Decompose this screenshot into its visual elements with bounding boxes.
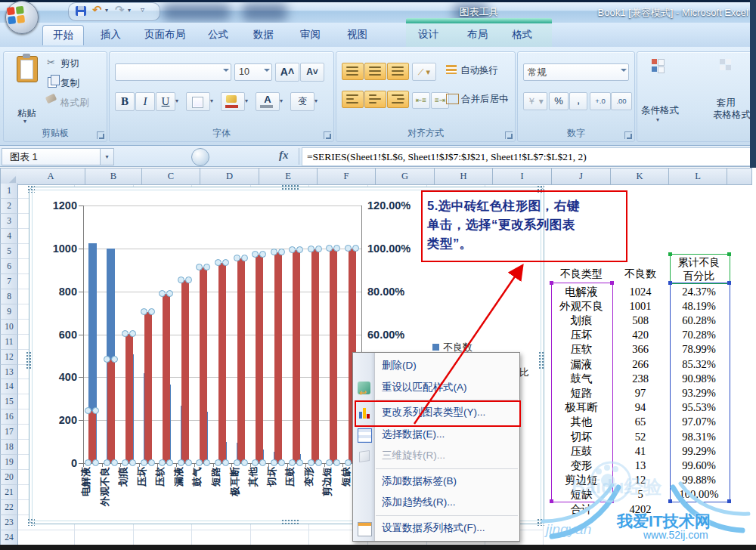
save-icon[interactable]: [76, 6, 86, 16]
border-button[interactable]: [186, 92, 210, 111]
column-header-H[interactable]: H: [435, 168, 493, 185]
name-box[interactable]: 图表 1: [2, 148, 107, 165]
shrink-font-button[interactable]: A˅: [300, 63, 324, 82]
merge-center-button[interactable]: 合并后居中: [461, 93, 509, 106]
menu-item-3d-rotation[interactable]: 三维旋转(R)...: [353, 445, 519, 467]
number-dialog-launcher[interactable]: [624, 131, 632, 139]
row-header-3[interactable]: 3: [0, 214, 18, 229]
row-header-11[interactable]: 11: [0, 335, 18, 350]
bar-cumulative-percent[interactable]: [125, 334, 133, 463]
undo-dropdown[interactable]: ▾: [105, 7, 108, 14]
table-cell[interactable]: 366: [611, 342, 670, 357]
wrap-text-button[interactable]: 自动换行: [460, 64, 498, 77]
table-cell[interactable]: 52: [611, 430, 670, 444]
format-as-table-button-line2[interactable]: 表格格式: [713, 109, 751, 122]
menu-item-add-data-labels[interactable]: 添加数据标签(B): [353, 471, 519, 493]
qat-customize-icon[interactable]: ▿: [141, 5, 144, 14]
chart-resize-handle[interactable]: [537, 518, 544, 526]
row-header-12[interactable]: 12: [0, 350, 18, 365]
conditional-formatting-button[interactable]: 条件格式: [641, 104, 679, 117]
redo-dropdown[interactable]: ▾: [128, 7, 131, 14]
bar-cumulative-percent[interactable]: [107, 360, 115, 463]
table-cell[interactable]: 266: [611, 357, 670, 372]
row-header-8[interactable]: 8: [0, 289, 18, 304]
format-painter-button[interactable]: 格式刷: [60, 97, 89, 110]
tab-main-4[interactable]: 数据: [243, 25, 284, 45]
fill-color-button[interactable]: [221, 92, 245, 111]
paste-dropdown[interactable]: ▾: [23, 118, 26, 125]
annotation-textbox[interactable]: 5.选中砖红色柱形图，右键 单击，选择“更改系列图表 类型”。: [421, 190, 627, 262]
menu-item-format-data-series[interactable]: 设置数据系列格式(F)...: [353, 518, 519, 539]
menu-item-reset-to-match-style[interactable]: 重设以匹配样式(A)↩: [353, 377, 519, 399]
series-name-range-box-handle[interactable]: [727, 252, 731, 256]
cut-button[interactable]: 剪切: [60, 57, 79, 70]
tab-main-3[interactable]: 公式: [198, 25, 238, 45]
category-range-box-handle[interactable]: [550, 499, 553, 503]
column-header-partial[interactable]: [727, 168, 752, 185]
chart-resize-handle[interactable]: [26, 351, 32, 369]
row-header-7[interactable]: 7: [0, 274, 18, 289]
bar-cumulative-percent[interactable]: [330, 249, 337, 463]
bar-cumulative-percent[interactable]: [163, 294, 170, 463]
table-cell[interactable]: 1024: [611, 285, 670, 299]
bar-cumulative-percent[interactable]: [256, 255, 263, 463]
table-cell[interactable]: 13: [611, 459, 670, 473]
values-range-box-handle[interactable]: [727, 499, 731, 503]
clipboard-dialog-launcher[interactable]: [97, 131, 104, 139]
category-range-box-handle[interactable]: [550, 281, 553, 285]
row-header-13[interactable]: 13: [0, 365, 18, 380]
category-range-box-handle[interactable]: [610, 499, 614, 503]
row-header-1[interactable]: 1: [0, 184, 18, 199]
values-range-box-handle[interactable]: [668, 499, 672, 503]
align-left-button[interactable]: [342, 91, 364, 108]
chart-resize-handle[interactable]: [538, 351, 544, 369]
column-header-E[interactable]: E: [259, 168, 318, 185]
orientation-button[interactable]: ⟋ ▾: [412, 63, 436, 81]
alignment-dialog-launcher[interactable]: [505, 131, 513, 139]
bold-button[interactable]: B: [115, 92, 135, 111]
row-header-22[interactable]: 22: [0, 500, 18, 515]
table-cell[interactable]: 508: [611, 314, 670, 328]
border-dropdown[interactable]: ▾: [210, 97, 213, 104]
chart-resize-handle[interactable]: [281, 184, 299, 190]
menu-item-delete[interactable]: 删除(D): [353, 355, 519, 377]
undo-icon[interactable]: ↶: [92, 3, 102, 17]
tab-home[interactable]: 开始: [42, 25, 84, 45]
chart-resize-handle[interactable]: [281, 519, 299, 525]
category-range-box-handle[interactable]: [610, 281, 614, 285]
bar-cumulative-percent[interactable]: [88, 411, 96, 463]
phonetic-guide-button[interactable]: 变: [290, 92, 314, 111]
row-header-2[interactable]: 2: [0, 199, 18, 214]
row-header-18[interactable]: 18: [0, 440, 18, 455]
column-header-C[interactable]: C: [142, 168, 200, 185]
paste-button[interactable]: 粘贴: [17, 107, 36, 120]
column-header-F[interactable]: F: [318, 168, 376, 185]
row-header-19[interactable]: 19: [0, 455, 18, 470]
font-dialog-launcher[interactable]: [324, 131, 331, 139]
table-cell[interactable]: 1001: [611, 299, 670, 314]
bar-cumulative-percent[interactable]: [181, 280, 189, 463]
decrease-decimal-button[interactable]: .00: [611, 92, 632, 110]
name-box-dropdown[interactable]: ▾: [100, 148, 114, 165]
conditional-formatting-dropdown[interactable]: ▾: [656, 116, 659, 123]
row-header-4[interactable]: 4: [0, 229, 18, 244]
format-as-table-button-line1[interactable]: 套用: [717, 97, 736, 110]
row-header-15[interactable]: 15: [0, 394, 18, 409]
row-header-16[interactable]: 16: [0, 409, 18, 425]
phonetic-dropdown[interactable]: ▾: [314, 97, 318, 104]
bar-cumulative-percent[interactable]: [237, 258, 245, 463]
column-header-G[interactable]: G: [376, 168, 435, 185]
tab-main-2[interactable]: 页面布局: [135, 25, 195, 45]
values-range-box-handle[interactable]: [668, 281, 672, 285]
column-header-J[interactable]: J: [552, 168, 611, 185]
bar-cumulative-percent[interactable]: [293, 250, 300, 463]
bar-cumulative-percent[interactable]: [200, 267, 207, 463]
chart-resize-handle[interactable]: [27, 185, 35, 193]
tab-contextual-2[interactable]: 格式: [502, 25, 542, 45]
bar-cumulative-percent[interactable]: [144, 312, 152, 463]
table-cell[interactable]: 238: [611, 372, 670, 386]
align-top-button[interactable]: [342, 63, 364, 80]
column-header-B[interactable]: B: [85, 168, 142, 185]
font-name-combo[interactable]: [115, 63, 231, 81]
tab-main-1[interactable]: 插入: [91, 25, 131, 45]
